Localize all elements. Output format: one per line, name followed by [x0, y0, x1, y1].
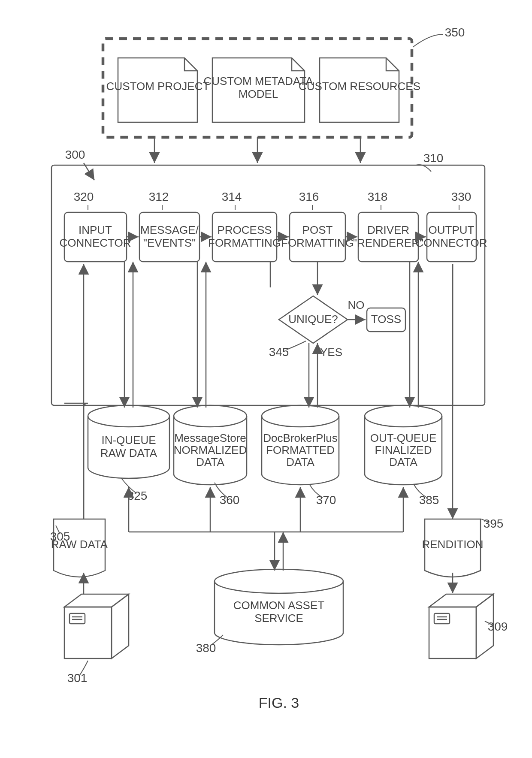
label-320: 320: [74, 190, 94, 203]
svg-text:MESSAGE/: MESSAGE/: [140, 223, 199, 236]
label-395: 395: [484, 517, 504, 530]
svg-text:UNIQUE?: UNIQUE?: [288, 313, 338, 326]
custom-project-doc: CUSTOM PROJECT: [106, 58, 210, 122]
rendition-doc: RENDITION: [422, 519, 484, 577]
processing-box: [51, 165, 485, 405]
label-385: 385: [419, 493, 439, 507]
in-queue-cyl: IN-QUEUE RAW DATA: [88, 405, 169, 478]
unique-decision: UNIQUE?: [279, 296, 348, 343]
svg-text:DATA: DATA: [286, 456, 314, 468]
svg-point-24: [174, 405, 247, 427]
svg-text:CONNECTOR: CONNECTOR: [415, 236, 487, 249]
svg-text:FORMATTED: FORMATTED: [266, 444, 335, 456]
svg-text:IN-QUEUE: IN-QUEUE: [101, 434, 156, 447]
label-305: 305: [50, 530, 70, 543]
message-store-cyl: MessageStore NORMALIZED DATA: [174, 405, 247, 485]
svg-text:DRIVER: DRIVER: [367, 223, 409, 236]
svg-text:"RENDERER": "RENDERER": [353, 236, 423, 249]
label-314: 314: [222, 190, 242, 203]
common-asset-service-cyl: COMMON ASSET SERVICE: [215, 569, 343, 645]
svg-text:INPUT: INPUT: [79, 223, 112, 236]
svg-text:FORMATTING: FORMATTING: [208, 236, 281, 249]
label-350: 350: [445, 26, 465, 39]
input-connector-box: INPUT CONNECTOR: [59, 212, 131, 262]
post-formatting-box: POST FORMATTING: [281, 212, 354, 262]
svg-text:COMMON ASSET: COMMON ASSET: [233, 599, 324, 612]
svg-rect-42: [434, 613, 450, 624]
label-325: 325: [127, 489, 148, 502]
label-300: 300: [65, 148, 85, 161]
custom-resources-label: CUSTOM RESOURCES: [299, 80, 420, 93]
custom-metadata-l2: MODEL: [239, 88, 278, 100]
server-301: [64, 594, 129, 658]
output-connector-box: OUTPUT CONNECTOR: [415, 212, 487, 262]
svg-point-28: [262, 405, 339, 427]
figure-label: FIG. 3: [259, 695, 299, 711]
svg-text:DocBrokerPlus: DocBrokerPlus: [263, 432, 337, 444]
svg-text:OUT-QUEUE: OUT-QUEUE: [370, 432, 437, 444]
custom-metadata-l1: CUSTOM METADATA: [203, 75, 313, 88]
label-360: 360: [220, 493, 240, 507]
raw-data-doc: RAW DATA: [51, 519, 108, 577]
svg-text:"EVENTS": "EVENTS": [143, 236, 196, 249]
out-queue-cyl: OUT-QUEUE FINALIZED DATA: [365, 405, 442, 485]
toss-box: TOSS: [367, 308, 405, 332]
svg-point-36: [215, 569, 343, 593]
svg-text:FORMATTING: FORMATTING: [281, 236, 354, 249]
label-316: 316: [299, 190, 319, 203]
label-301: 301: [67, 671, 88, 685]
label-309: 309: [488, 620, 508, 633]
custom-resources-doc: CUSTOM RESOURCES: [299, 58, 420, 122]
svg-point-21: [88, 405, 169, 427]
svg-point-32: [365, 405, 442, 427]
svg-rect-40: [70, 613, 85, 624]
svg-text:MessageStore: MessageStore: [174, 432, 246, 444]
label-312: 312: [149, 190, 169, 203]
driver-box: DRIVER "RENDERER": [353, 212, 423, 262]
svg-text:RENDITION: RENDITION: [422, 538, 484, 551]
label-310: 310: [423, 151, 444, 165]
svg-text:NORMALIZED: NORMALIZED: [174, 444, 247, 456]
svg-text:POST: POST: [302, 223, 333, 236]
process-formatting-box: PROCESS FORMATTING: [208, 212, 281, 262]
svg-text:OUTPUT: OUTPUT: [429, 223, 475, 236]
label-345: 345: [269, 345, 289, 359]
svg-text:CONNECTOR: CONNECTOR: [59, 236, 131, 249]
svg-text:RAW DATA: RAW DATA: [100, 447, 157, 459]
label-318: 318: [368, 190, 388, 203]
svg-text:SERVICE: SERVICE: [254, 612, 303, 625]
no-label: NO: [348, 299, 365, 311]
server-309: [429, 594, 493, 658]
svg-text:PROCESS: PROCESS: [217, 223, 272, 236]
docbroker-cyl: DocBrokerPlus FORMATTED DATA: [262, 405, 339, 485]
custom-metadata-doc: CUSTOM METADATA MODEL: [203, 58, 313, 122]
label-330: 330: [451, 190, 472, 203]
yes-label: YES: [320, 346, 342, 359]
svg-text:FINALIZED: FINALIZED: [375, 444, 432, 456]
custom-project-label: CUSTOM PROJECT: [106, 80, 210, 93]
svg-text:TOSS: TOSS: [371, 313, 401, 326]
svg-text:DATA: DATA: [196, 456, 224, 468]
message-events-box: MESSAGE/ "EVENTS": [139, 212, 200, 262]
svg-text:DATA: DATA: [389, 456, 417, 468]
